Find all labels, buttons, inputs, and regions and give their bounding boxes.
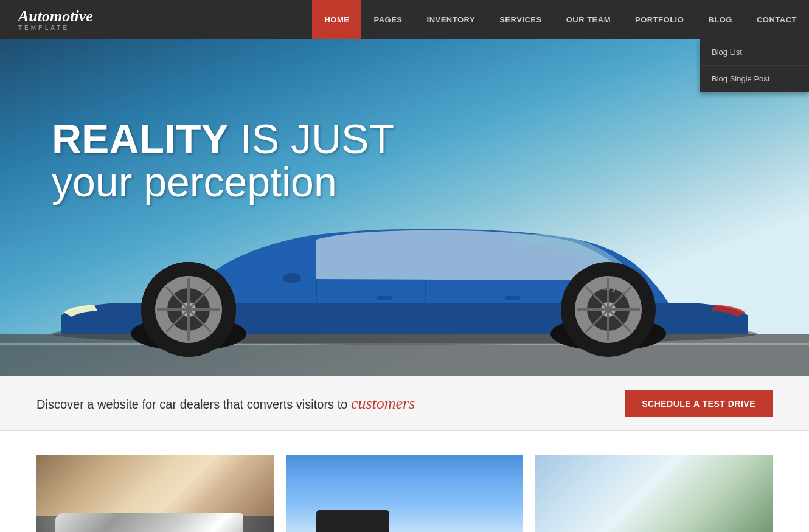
nav-portfolio[interactable]: PORTFOLIO: [623, 0, 696, 39]
logo-text: Automotive: [18, 9, 134, 24]
hero-line1: REALITY IS JUST: [52, 118, 394, 159]
hero-line2: your perception: [52, 159, 394, 205]
hero-section: targa REALITY IS JUST your perception: [0, 39, 809, 376]
nav-our-team[interactable]: OUR TEAM: [554, 0, 623, 39]
main-nav: HOME PAGES INVENTORY SERVICES OUR TEAM P…: [134, 0, 809, 39]
hero-text: REALITY IS JUST your perception: [52, 118, 394, 205]
card-2[interactable]: [286, 455, 523, 532]
card-3[interactable]: [535, 455, 773, 532]
banner-text: Discover a website for car dealers that …: [36, 395, 415, 413]
cta-test-drive-button[interactable]: Schedule a Test Drive: [625, 390, 773, 417]
nav-blog[interactable]: BLOG: [696, 0, 745, 39]
blog-dropdown: Blog List Blog Single Post: [700, 39, 809, 92]
card-1[interactable]: [36, 455, 274, 532]
nav-pages[interactable]: PAGES: [361, 0, 414, 39]
cards-section: [0, 431, 809, 532]
header: Automotive TEMPLATE HOME PAGES INVENTORY…: [0, 0, 809, 39]
nav-inventory[interactable]: INVENTORY: [415, 0, 488, 39]
svg-rect-27: [505, 296, 520, 300]
dropdown-blog-list[interactable]: Blog List: [700, 39, 809, 66]
logo[interactable]: Automotive TEMPLATE: [0, 9, 134, 31]
svg-text:targa: targa: [602, 283, 620, 292]
promo-banner: Discover a website for car dealers that …: [0, 376, 809, 431]
hero-background: targa: [0, 39, 809, 376]
logo-sub: TEMPLATE: [18, 24, 134, 31]
nav-home[interactable]: HOME: [312, 0, 361, 39]
banner-cursive: customers: [351, 395, 415, 412]
nav-contact[interactable]: CONTACT: [745, 0, 809, 39]
svg-rect-26: [377, 296, 392, 300]
dropdown-blog-single[interactable]: Blog Single Post: [700, 66, 809, 92]
nav-services[interactable]: SERVICES: [487, 0, 554, 39]
svg-point-24: [283, 273, 301, 283]
